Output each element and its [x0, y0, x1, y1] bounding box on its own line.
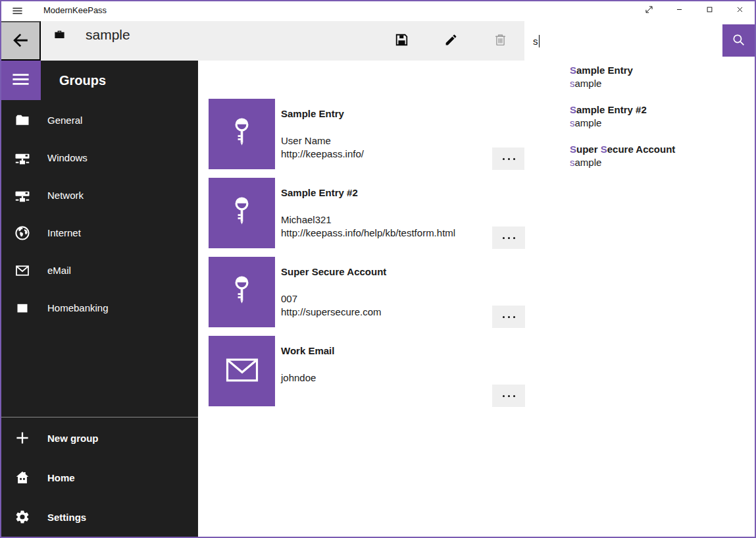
sidebar-item-label: Windows: [47, 152, 88, 163]
entry-row-work-email[interactable]: Work Emailjohndoe: [198, 336, 724, 406]
app-title: ModernKeePass: [43, 5, 107, 15]
fullscreen-icon: [643, 4, 655, 17]
delete-button[interactable]: [476, 21, 525, 61]
sidebar-item-network[interactable]: Network: [0, 176, 198, 214]
entry-detail-line: johndoe: [281, 371, 316, 385]
edit-button[interactable]: [426, 21, 476, 61]
hamburger-icon: [11, 70, 30, 91]
entry-tile: [209, 178, 275, 248]
sidebar-item-label: Homebanking: [47, 302, 109, 313]
sidebar-item-windows[interactable]: Windows: [0, 139, 198, 176]
hamburger-icon[interactable]: [8, 3, 26, 18]
toolbar: [377, 21, 525, 61]
entry-details: User Namehttp://keepass.info/: [281, 134, 364, 161]
home-icon: [14, 470, 30, 485]
entry-detail-line: http://keepass.info/help/kb/testform.htm…: [281, 227, 455, 240]
folder-icon: [14, 113, 30, 128]
sidebar: Groups GeneralWindowsNetworkInterneteMai…: [0, 61, 198, 538]
text-caret: [539, 35, 540, 47]
entry-title: Work Email: [281, 345, 334, 356]
sidebar-item-homebanking[interactable]: Homebanking: [0, 289, 198, 327]
entry-tile: [209, 336, 275, 406]
nav-hamburger-button[interactable]: [0, 61, 41, 100]
database-title: sample: [86, 27, 130, 43]
sidebar-item-new-group[interactable]: New group: [0, 418, 198, 458]
entry-details: johndoe: [281, 371, 316, 385]
search-input[interactable]: s: [524, 21, 756, 61]
envelope-icon: [224, 357, 260, 386]
search-icon: [732, 33, 745, 49]
sidebar-item-label: New group: [47, 433, 99, 444]
sidebar-item-label: Settings: [47, 512, 86, 523]
window-controls: [634, 1, 755, 20]
group-list: GeneralWindowsNetworkInterneteMailHomeba…: [0, 101, 198, 327]
entry-detail-line: 007: [281, 292, 382, 306]
sidebar-item-home[interactable]: Home: [0, 458, 198, 497]
key-icon: [232, 117, 252, 152]
groups-heading: Groups: [59, 61, 106, 100]
sidebar-item-label: Network: [47, 190, 84, 201]
entry-detail-line: http://supersecure.com: [281, 306, 382, 319]
suggestion-subtitle: sample: [570, 117, 755, 130]
maximize-button[interactable]: [694, 1, 724, 20]
edit-icon: [444, 33, 458, 49]
minimize-icon: [674, 4, 685, 17]
save-button[interactable]: [377, 21, 426, 61]
mail-icon: [14, 263, 30, 279]
globe-icon: [14, 225, 30, 241]
network-icon: [14, 188, 30, 203]
sidebar-item-label: Internet: [47, 227, 81, 238]
network-icon: [14, 150, 30, 166]
entry-title: Sample Entry: [281, 108, 344, 119]
sidebar-item-general[interactable]: General: [0, 101, 198, 139]
suggestion-subtitle: sample: [570, 156, 755, 169]
minimize-button[interactable]: [664, 1, 694, 20]
maximize-icon: [704, 4, 715, 17]
square-icon: [14, 300, 30, 316]
entry-title: Super Secure Account: [281, 266, 386, 277]
suggestion-title: Sample Entry #2: [570, 103, 755, 117]
search-suggestions: Sample EntrysampleSample Entry #2sampleS…: [524, 61, 755, 192]
entry-detail-line: User Name: [281, 134, 364, 148]
entry-details: 007http://supersecure.com: [281, 292, 382, 319]
more-button[interactable]: [492, 227, 525, 249]
plus-icon: [14, 430, 30, 446]
search-query-text: s: [533, 36, 538, 47]
sidebar-item-email[interactable]: eMail: [0, 252, 198, 289]
sidebar-item-label: General: [47, 115, 82, 126]
more-button[interactable]: [492, 148, 525, 170]
sidebar-item-label: Home: [47, 472, 75, 483]
more-button[interactable]: [492, 385, 525, 407]
search-suggestion[interactable]: Super Secure Accountsample: [524, 143, 755, 180]
save-icon: [395, 33, 409, 49]
sidebar-item-label: eMail: [47, 265, 71, 276]
close-icon: [734, 4, 745, 17]
sidebar-item-internet[interactable]: Internet: [0, 214, 198, 252]
suggestion-title: Super Secure Account: [570, 143, 755, 156]
entry-tile: [209, 99, 275, 169]
back-button[interactable]: [0, 21, 41, 61]
sidebar-item-settings[interactable]: Settings: [0, 497, 198, 537]
sidebar-footer: New groupHomeSettings: [0, 418, 198, 537]
briefcase-icon: [53, 28, 66, 41]
more-button[interactable]: [492, 306, 525, 328]
search-button[interactable]: [722, 24, 755, 57]
trash-icon: [493, 33, 507, 49]
search-suggestion[interactable]: Sample Entrysample: [524, 64, 755, 101]
gear-icon: [14, 509, 30, 525]
key-icon: [232, 196, 252, 231]
titlebar: ModernKeePass: [0, 0, 756, 21]
entry-detail-line: http://keepass.info/: [281, 148, 364, 161]
back-arrow-icon: [12, 32, 29, 51]
app-window: ModernKeePass sample s Sample Entrysampl…: [0, 0, 756, 538]
entry-tile: [209, 257, 275, 327]
entry-row-super-secure-account[interactable]: Super Secure Account007http://supersecur…: [198, 257, 724, 327]
suggestion-subtitle: sample: [570, 77, 755, 90]
close-button[interactable]: [724, 1, 755, 20]
fullscreen-button[interactable]: [634, 1, 664, 20]
key-icon: [232, 275, 252, 310]
entry-title: Sample Entry #2: [281, 187, 358, 198]
sidebar-divider: [0, 417, 198, 417]
search-suggestion[interactable]: Sample Entry #2sample: [524, 103, 755, 140]
entry-detail-line: Michael321: [281, 213, 455, 227]
